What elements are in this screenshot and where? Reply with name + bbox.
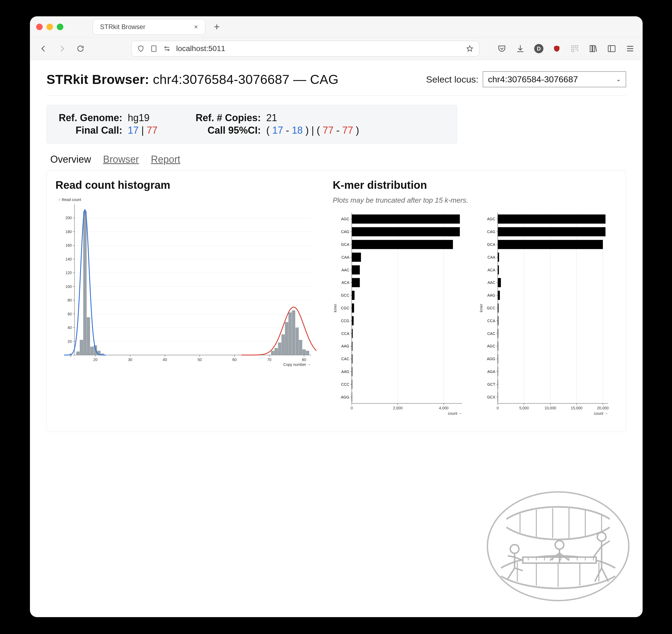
svg-rect-68 — [271, 351, 275, 355]
kmer-column: K-mer distribution Plots may be truncate… — [333, 178, 617, 421]
svg-text:60: 60 — [232, 358, 237, 362]
svg-text:CCA: CCA — [341, 332, 349, 336]
qr-scan-icon[interactable] — [570, 44, 579, 53]
ci-label: Call 95%CI: — [193, 124, 264, 137]
tab-browser[interactable]: Browser — [103, 154, 139, 165]
pocket-icon[interactable] — [497, 44, 506, 53]
svg-text:70: 70 — [267, 358, 272, 362]
svg-text:AAC: AAC — [342, 268, 349, 272]
svg-text:GCC: GCC — [341, 293, 349, 297]
download-icon[interactable] — [516, 44, 525, 53]
svg-text:GCX: GCX — [487, 395, 495, 399]
browser-tab[interactable]: STRkit Browser × — [93, 19, 205, 35]
maximize-icon[interactable] — [57, 24, 63, 30]
page-info-icon[interactable] — [150, 45, 158, 52]
library-icon[interactable] — [588, 44, 598, 53]
svg-rect-5 — [572, 49, 574, 52]
svg-text:100: 100 — [66, 285, 72, 289]
svg-rect-74 — [292, 311, 295, 355]
svg-text:50: 50 — [198, 358, 202, 362]
svg-rect-76 — [299, 340, 302, 355]
back-icon[interactable] — [38, 43, 49, 54]
svg-rect-106 — [352, 278, 360, 287]
svg-rect-103 — [352, 265, 360, 275]
shield-icon[interactable] — [137, 45, 145, 52]
svg-rect-0 — [152, 46, 156, 52]
svg-rect-70 — [278, 343, 281, 355]
ublock-icon[interactable] — [553, 44, 561, 53]
url-bar[interactable]: localhost:5011 — [131, 41, 479, 56]
svg-text:CGC: CGC — [341, 306, 349, 310]
svg-point-223 — [510, 545, 519, 553]
sidebar-icon[interactable] — [607, 44, 616, 53]
decorative-illustration — [482, 487, 634, 606]
close-icon[interactable] — [36, 24, 43, 30]
svg-rect-100 — [352, 253, 361, 262]
title-sep: — — [289, 72, 310, 87]
svg-rect-164 — [498, 253, 499, 262]
svg-text:CAG: CAG — [341, 229, 349, 234]
minimize-icon[interactable] — [46, 24, 53, 30]
svg-text:10,000: 10,000 — [544, 406, 556, 410]
forward-icon[interactable] — [56, 43, 68, 54]
svg-text:0: 0 — [351, 406, 353, 410]
histogram-chart: ↑ Read count0204060801001201401601802002… — [55, 196, 317, 370]
svg-text:200: 200 — [66, 216, 72, 220]
svg-rect-6 — [590, 46, 592, 52]
reload-icon[interactable] — [75, 43, 86, 54]
toolbar-right-icons: D — [497, 44, 635, 53]
svg-text:ACA: ACA — [342, 280, 349, 285]
svg-rect-69 — [275, 348, 278, 355]
star-icon[interactable] — [466, 45, 473, 52]
svg-rect-115 — [352, 316, 354, 325]
svg-text:20,000: 20,000 — [597, 406, 609, 410]
tab-overview[interactable]: Overview — [50, 154, 91, 165]
histogram-column: Read count histogram ↑ Read count0204060… — [55, 178, 322, 421]
svg-text:Copy number →: Copy number → — [283, 362, 311, 367]
svg-text:GCA: GCA — [341, 242, 350, 247]
extension-d-icon[interactable]: D — [534, 44, 543, 53]
permissions-icon[interactable] — [163, 45, 171, 52]
svg-rect-167 — [498, 265, 499, 275]
svg-text:AGG: AGG — [487, 357, 495, 361]
final-call-value: 17 | 77 — [125, 124, 160, 137]
svg-rect-60 — [76, 351, 80, 355]
ref-copies-label: Ref. # Copies: — [193, 112, 264, 124]
url-text[interactable]: localhost:5011 — [176, 44, 461, 53]
svg-text:CAC: CAC — [487, 332, 495, 336]
svg-text:20: 20 — [67, 339, 72, 344]
svg-text:AGA: AGA — [487, 369, 495, 374]
ref-genome-value: hg19 — [125, 112, 160, 124]
tab-strip: STRkit Browser × + — [30, 17, 642, 38]
svg-text:AAG: AAG — [341, 369, 349, 374]
final-call-label: Final Call: — [56, 124, 125, 137]
svg-text:40: 40 — [67, 325, 72, 330]
locus-select[interactable]: chr4:3076584-3076687 ⌄ — [483, 71, 626, 87]
tab-report[interactable]: Report — [151, 154, 180, 165]
svg-rect-158 — [498, 227, 605, 236]
svg-rect-97 — [352, 240, 453, 249]
close-tab-icon[interactable]: × — [194, 23, 198, 31]
svg-text:CAA: CAA — [487, 255, 495, 260]
divider — [46, 95, 626, 96]
locus-selector: Select locus: chr4:3076584-3076687 ⌄ — [426, 71, 626, 87]
window-controls[interactable] — [36, 24, 63, 30]
sub-tabs: Overview Browser Report — [50, 154, 626, 165]
new-tab-icon[interactable]: + — [210, 21, 224, 32]
locus-select-value: chr4:3076584-3076687 — [488, 74, 578, 84]
svg-text:AAC: AAC — [487, 280, 495, 285]
svg-text:kmer: kmer — [479, 304, 483, 312]
svg-text:↑ Read count: ↑ Read count — [59, 197, 81, 202]
svg-point-1 — [165, 47, 166, 48]
hamburger-icon[interactable] — [626, 44, 635, 53]
locus-select-label: Select locus: — [426, 74, 479, 85]
svg-rect-118 — [352, 329, 353, 338]
svg-rect-71 — [282, 334, 285, 355]
svg-text:AGC: AGC — [487, 217, 495, 221]
svg-rect-4 — [576, 46, 578, 48]
svg-text:160: 160 — [66, 243, 72, 247]
svg-rect-8 — [608, 46, 615, 52]
svg-text:120: 120 — [66, 271, 72, 275]
svg-text:40: 40 — [163, 358, 167, 362]
svg-rect-112 — [352, 303, 354, 313]
